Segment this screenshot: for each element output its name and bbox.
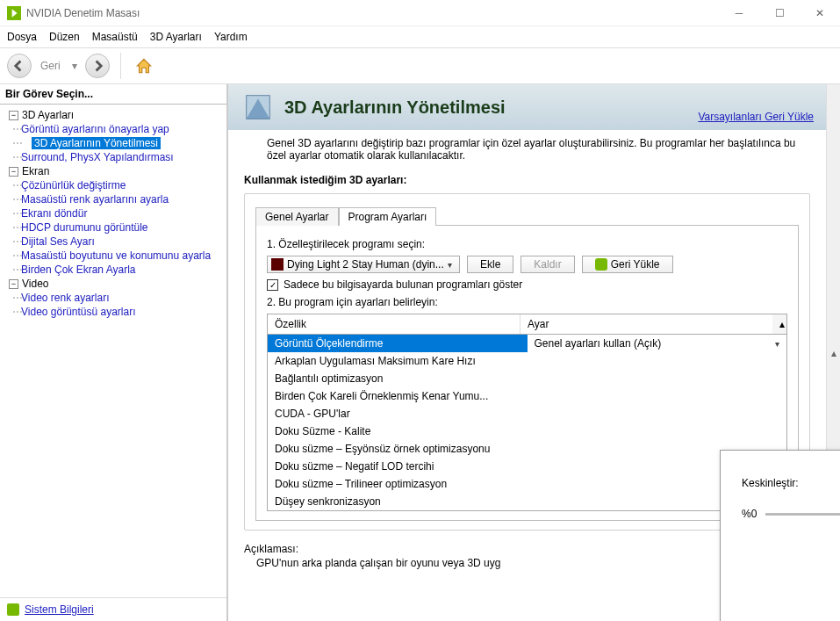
menubar: Dosya Düzen Masaüstü 3D Ayarları Yardım <box>0 26 840 47</box>
system-info-icon <box>7 603 19 616</box>
tab-program[interactable]: Program Ayarları <box>339 207 437 226</box>
program-select[interactable]: Dying Light 2 Stay Human (dyin... ▾ <box>267 256 460 273</box>
tree-item[interactable]: ⋯Birden Çok Ekran Ayarla <box>4 263 223 277</box>
add-button[interactable]: Ekle <box>467 256 513 273</box>
menu-3d-ayarlari[interactable]: 3D Ayarları <box>150 31 202 43</box>
tab-global[interactable]: Genel Ayarlar <box>255 207 339 226</box>
page-header: 3D Ayarlarının Yönetilmesi Varsayılanlar… <box>228 84 826 130</box>
chevron-down-icon: ▾ <box>444 260 456 270</box>
settings-tabs: Genel Ayarlar Program Ayarları <box>255 206 799 225</box>
collapse-icon[interactable]: − <box>9 111 18 120</box>
tree-cat-video[interactable]: −Video <box>4 277 223 291</box>
table-row[interactable]: Doku süzme – Eşyönsüz örnek optimizasyon… <box>268 440 786 458</box>
section-label: Kullanmak istediğim 3D ayarları: <box>244 174 810 186</box>
forward-button[interactable] <box>85 54 110 78</box>
titlebar: NVIDIA Denetim Masası ─ ☐ ✕ <box>0 0 840 26</box>
scroll-up-icon[interactable]: ▴ <box>772 314 786 334</box>
table-row[interactable]: Doku Süzme - Kalite <box>268 422 786 440</box>
history-dropdown-icon[interactable]: ▾ <box>69 61 80 71</box>
table-row[interactable]: Düşey senkronizasyon <box>268 493 786 510</box>
checkbox-label: Sadece bu bilgisayarda bulunan programla… <box>284 278 522 291</box>
collapse-icon[interactable]: − <box>9 167 18 177</box>
program-icon <box>271 258 284 271</box>
tree-item[interactable]: ⋯Masaüstü boyutunu ve konumunu ayarla <box>4 249 223 263</box>
page-description: Genel 3D ayarlarını değiştirip bazı prog… <box>228 130 826 169</box>
menu-duzen[interactable]: Düzen <box>49 31 80 43</box>
back-label: Geri <box>40 60 61 72</box>
tree-item[interactable]: ⋯Video renk ayarları <box>4 291 223 305</box>
menu-yardim[interactable]: Yardım <box>214 31 248 43</box>
toolbar: Geri ▾ <box>0 47 840 84</box>
tree-cat-3d[interactable]: −3D Ayarları <box>4 108 223 122</box>
chevron-down-icon[interactable]: ▾ <box>775 339 779 349</box>
table-row[interactable]: Birden Çok Kareli Örneklenmiş Kenar Yumu… <box>268 387 786 405</box>
restore-defaults-link[interactable]: Varsayılanları Geri Yükle <box>698 111 814 125</box>
menu-masaustu[interactable]: Masaüstü <box>92 31 138 43</box>
sharpening-popup: Keskinleştir: %0 %100 50% Tamam İptal <box>720 450 840 621</box>
settings-table: Özellik Ayar ▴ Görüntü Ölçeklendirme Gen… <box>267 314 787 511</box>
page-header-icon <box>241 90 276 125</box>
show-installed-checkbox[interactable]: ✓ Sadece bu bilgisayarda bulunan program… <box>267 278 787 291</box>
col-setting: Ayar <box>521 314 772 334</box>
tree-item[interactable]: ⋯Ekranı döndür <box>4 206 223 220</box>
checkbox-icon: ✓ <box>267 279 278 291</box>
step2-label: 2. Bu program için ayarları belirleyin: <box>267 296 787 308</box>
remove-button: Kaldır <box>521 256 574 273</box>
table-row[interactable]: Doku süzme – Trilineer optimizasyon <box>268 475 786 493</box>
back-button[interactable] <box>7 54 32 78</box>
table-row[interactable]: Doku süzme – Negatif LOD tercihi <box>268 458 786 475</box>
restore-button[interactable]: Geri Yükle <box>582 256 673 273</box>
page-title: 3D Ayarlarının Yönetilmesi <box>284 97 698 118</box>
tree-item[interactable]: ⋯HDCP durumunu görüntüle <box>4 220 223 235</box>
menu-dosya[interactable]: Dosya <box>7 31 37 43</box>
step1-label: 1. Özelleştirilecek programı seçin: <box>267 238 787 250</box>
task-tree: −3D Ayarları ⋯Görüntü ayarlarını önayarl… <box>0 105 226 597</box>
nvidia-icon <box>595 258 607 271</box>
tree-item[interactable]: ⋯Çözünürlük değiştirme <box>4 178 223 192</box>
window-title: NVIDIA Denetim Masası <box>26 7 719 19</box>
system-info-link[interactable]: Sistem Bilgileri <box>25 603 94 616</box>
table-row[interactable]: Görüntü Ölçeklendirme Genel ayarları kul… <box>268 335 786 352</box>
main-panel: 3D Ayarlarının Yönetilmesi Varsayılanlar… <box>228 84 840 621</box>
slider-min: %0 <box>742 508 757 520</box>
sidebar-title: Bir Görev Seçin... <box>0 84 226 105</box>
col-feature: Özellik <box>268 314 521 334</box>
tree-item-selected[interactable]: 3D Ayarlarının Yönetilmesi <box>32 137 161 149</box>
tree-item[interactable]: ⋯Video görüntüsü ayarları <box>4 305 223 319</box>
table-row[interactable]: Arkaplan Uygulaması Maksimum Kare Hızı <box>268 352 786 370</box>
slider-label: Keskinleştir: <box>742 477 840 489</box>
tree-item[interactable]: ⋯Görüntü ayarlarını önayarla yap <box>4 122 223 136</box>
collapse-icon[interactable]: − <box>9 279 18 289</box>
table-header: Özellik Ayar ▴ <box>268 314 786 335</box>
home-button[interactable] <box>132 54 156 78</box>
toolbar-divider <box>120 53 121 79</box>
tree-cat-ekran[interactable]: −Ekran <box>4 164 223 178</box>
minimize-button[interactable]: ─ <box>719 0 759 26</box>
tree-item[interactable]: ⋯Dijital Ses Ayarı <box>4 235 223 249</box>
tree-item[interactable]: ⋯Masaüstü renk ayarlarını ayarla <box>4 192 223 206</box>
tree-item[interactable]: ⋯Surround, PhysX Yapılandırması <box>4 150 223 164</box>
table-row[interactable]: Bağlantılı optimizasyon <box>268 370 786 387</box>
close-button[interactable]: ✕ <box>800 0 840 26</box>
sharpen-slider[interactable] <box>765 513 840 516</box>
nvidia-app-icon <box>7 6 21 20</box>
maximize-button[interactable]: ☐ <box>759 0 800 26</box>
program-select-value: Dying Light 2 Stay Human (dyin... <box>287 258 444 271</box>
table-row[interactable]: CUDA - GPU'lar <box>268 405 786 422</box>
sidebar-footer: Sistem Bilgileri <box>0 597 226 621</box>
sidebar: Bir Görev Seçin... −3D Ayarları ⋯Görüntü… <box>0 84 228 621</box>
